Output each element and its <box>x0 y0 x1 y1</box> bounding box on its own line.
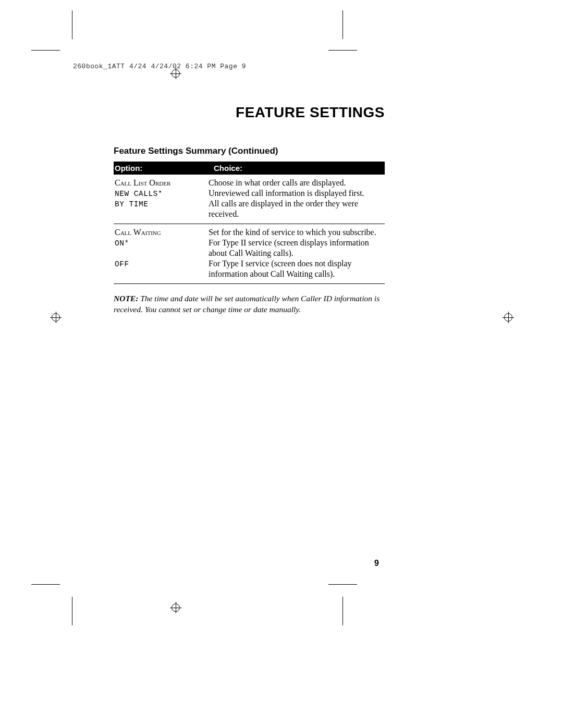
option-value: BY TIME <box>115 200 148 208</box>
table-row: Call Waiting ON* OFF Set for the kind of… <box>114 224 385 284</box>
choice-text: For Type II service (screen displays inf… <box>209 238 369 257</box>
choice-text: All calls are displayed in the order the… <box>209 199 358 218</box>
option-value: NEW CALLS* <box>115 190 163 198</box>
page-number: 9 <box>374 559 379 568</box>
choice-cell: Choose in what order calls are displayed… <box>209 175 385 224</box>
choice-text: Set for the kind of service to which you… <box>209 228 376 237</box>
page-title: FEATURE SETTINGS <box>114 104 385 121</box>
content-area: FEATURE SETTINGS Feature Settings Summar… <box>114 104 385 315</box>
option-cell: Call Waiting ON* OFF <box>114 224 209 284</box>
choice-text: Unreviewed call information is displayed… <box>209 189 364 198</box>
table-header-option: Option: <box>114 162 209 175</box>
option-value: ON* <box>115 239 129 248</box>
registration-mark-icon <box>503 312 514 323</box>
page: 260book_1ATT 4/24 4/24/02 6:24 PM Page 9… <box>0 0 563 728</box>
crop-mark <box>72 10 72 39</box>
crop-mark <box>342 10 343 39</box>
choice-text: Choose in what order calls are displayed… <box>209 178 346 187</box>
crop-mark <box>342 597 343 625</box>
note-paragraph: NOTE: The time and date will be set auto… <box>114 293 385 315</box>
running-header: 260book_1ATT 4/24 4/24/02 6:24 PM Page 9 <box>73 63 246 70</box>
section-subtitle: Feature Settings Summary (Continued) <box>114 146 385 156</box>
table-row: Call List Order NEW CALLS* BY TIME Choos… <box>114 175 385 224</box>
option-cell: Call List Order NEW CALLS* BY TIME <box>114 175 209 224</box>
note-label: NOTE: <box>114 294 138 303</box>
settings-table: Option: Choice: Call List Order NEW CALL… <box>114 162 385 284</box>
crop-mark <box>328 50 357 51</box>
option-title: Call Waiting <box>115 228 161 237</box>
registration-mark-icon <box>50 312 62 323</box>
crop-mark <box>72 597 72 625</box>
crop-mark <box>31 584 60 585</box>
option-title: Call List Order <box>115 178 170 187</box>
choice-text: For Type I service (screen does not disp… <box>209 259 352 278</box>
crop-mark <box>31 50 60 51</box>
registration-mark-icon <box>170 602 181 613</box>
option-value: OFF <box>115 260 129 268</box>
table-header-row: Option: Choice: <box>114 162 385 175</box>
note-text: The time and date will be set automatica… <box>114 294 380 314</box>
table-header-choice: Choice: <box>209 162 385 175</box>
crop-mark <box>328 584 357 585</box>
choice-cell: Set for the kind of service to which you… <box>209 224 385 284</box>
